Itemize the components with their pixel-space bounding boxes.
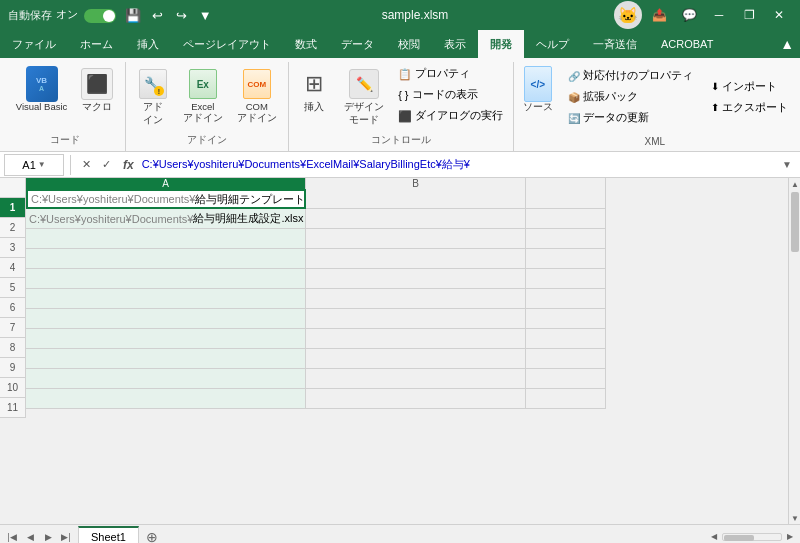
- tab-file[interactable]: ファイル: [0, 30, 68, 58]
- sheet-last-button[interactable]: ▶|: [58, 529, 74, 544]
- cell-C11[interactable]: [526, 389, 606, 409]
- cell-C10[interactable]: [526, 369, 606, 389]
- tab-acrobat[interactable]: ACROBAT: [649, 30, 725, 58]
- toggle-on-icon[interactable]: [84, 9, 116, 23]
- scroll-thumb-v[interactable]: [791, 192, 799, 252]
- undo-icon[interactable]: ↩: [146, 4, 168, 26]
- design-mode-button[interactable]: ✏️ デザインモード: [338, 64, 390, 131]
- tab-formulas[interactable]: 数式: [283, 30, 329, 58]
- excel-addin-button[interactable]: Ex Excelアドイン: [177, 64, 229, 129]
- comments-icon[interactable]: 💬: [676, 5, 702, 25]
- cell-C7[interactable]: [526, 309, 606, 329]
- quick-access-more-icon[interactable]: ▼: [194, 4, 216, 26]
- col-header-C[interactable]: [526, 178, 606, 189]
- scroll-down-arrow[interactable]: ▼: [789, 512, 800, 524]
- close-button[interactable]: ✕: [766, 5, 792, 25]
- cell-A10[interactable]: [26, 369, 306, 389]
- cell-B8[interactable]: [306, 329, 526, 349]
- formula-input[interactable]: [142, 154, 778, 176]
- cell-C9[interactable]: [526, 349, 606, 369]
- confirm-formula-button[interactable]: ✓: [97, 156, 115, 174]
- data-refresh-button[interactable]: 🔄 データの更新: [562, 108, 699, 128]
- cell-A5[interactable]: [26, 269, 306, 289]
- cell-B5[interactable]: [306, 269, 526, 289]
- cell-C1[interactable]: [526, 189, 606, 209]
- redo-icon[interactable]: ↪: [170, 4, 192, 26]
- tab-data[interactable]: データ: [329, 30, 386, 58]
- addin-button[interactable]: 🔧 ! アドイン: [131, 64, 175, 131]
- cell-ref-dropdown-icon[interactable]: ▼: [38, 160, 46, 169]
- cell-A1[interactable]: C:¥Users¥yoshiteru¥Documents¥給与明細テンプレート.…: [26, 189, 306, 209]
- scroll-left-arrow[interactable]: ◀: [708, 531, 720, 543]
- vertical-scrollbar[interactable]: ▲ ▼: [788, 178, 800, 524]
- source-button[interactable]: </> ソース: [516, 64, 560, 118]
- cell-A2[interactable]: C:¥Users¥yoshiteru¥Documents¥給与明細生成設定.xl…: [26, 209, 306, 229]
- cell-C3[interactable]: [526, 229, 606, 249]
- cell-A11[interactable]: [26, 389, 306, 409]
- cell-C6[interactable]: [526, 289, 606, 309]
- cell-B6[interactable]: [306, 289, 526, 309]
- h-scroll-thumb[interactable]: [724, 535, 754, 541]
- visual-basic-button[interactable]: VB A Visual Basic: [10, 64, 74, 116]
- autosave-toggle[interactable]: オン: [56, 7, 116, 22]
- cell-B11[interactable]: [306, 389, 526, 409]
- cell-C4[interactable]: [526, 249, 606, 269]
- cell-A8[interactable]: [26, 329, 306, 349]
- cell-B4[interactable]: [306, 249, 526, 269]
- cell-reference-box[interactable]: A1 ▼: [4, 154, 64, 176]
- tab-broadcast[interactable]: 一斉送信: [581, 30, 649, 58]
- import-button[interactable]: ⬇ インポート: [705, 77, 794, 97]
- tab-help[interactable]: ヘルプ: [524, 30, 581, 58]
- sheet-tab-sheet1[interactable]: Sheet1: [78, 526, 139, 544]
- row-header-4: 4: [0, 258, 25, 278]
- user-avatar[interactable]: 🐱: [614, 1, 642, 29]
- tab-home[interactable]: ホーム: [68, 30, 125, 58]
- sheet-prev-button[interactable]: ◀: [22, 529, 38, 544]
- cell-A3[interactable]: [26, 229, 306, 249]
- cell-B7[interactable]: [306, 309, 526, 329]
- tab-view[interactable]: 表示: [432, 30, 478, 58]
- col-header-B[interactable]: B: [306, 178, 526, 189]
- cell-B9[interactable]: [306, 349, 526, 369]
- cell-A9[interactable]: [26, 349, 306, 369]
- tab-developer[interactable]: 開発: [478, 30, 524, 58]
- sheet-first-button[interactable]: |◀: [4, 529, 20, 544]
- cell-B3[interactable]: [306, 229, 526, 249]
- tab-page-layout[interactable]: ページレイアウト: [171, 30, 283, 58]
- scroll-right-arrow[interactable]: ▶: [784, 531, 796, 543]
- ext-pack-button[interactable]: 📦 拡張パック: [562, 87, 699, 107]
- cell-A4[interactable]: [26, 249, 306, 269]
- add-sheet-button[interactable]: ⊕: [141, 526, 163, 544]
- run-dialog-button[interactable]: ⬛ ダイアログの実行: [392, 106, 509, 126]
- ribbon-collapse-button[interactable]: ▲: [774, 30, 800, 58]
- cell-B1[interactable]: [306, 189, 526, 209]
- export-button[interactable]: ⬆ エクスポート: [705, 98, 794, 118]
- insert-control-button[interactable]: ⊞ 挿入: [292, 64, 336, 118]
- cell-C8[interactable]: [526, 329, 606, 349]
- col-header-A[interactable]: A: [26, 178, 306, 189]
- tab-insert[interactable]: 挿入: [125, 30, 171, 58]
- minimize-button[interactable]: ─: [706, 5, 732, 25]
- restore-button[interactable]: ❐: [736, 5, 762, 25]
- properties-button[interactable]: 📋 プロパティ: [392, 64, 509, 84]
- view-code-button[interactable]: { } コードの表示: [392, 85, 509, 105]
- cell-A7[interactable]: [26, 309, 306, 329]
- scroll-up-arrow[interactable]: ▲: [789, 178, 800, 190]
- cell-C2[interactable]: [526, 209, 606, 229]
- h-scroll-track[interactable]: [722, 533, 782, 541]
- com-addin-button[interactable]: COM COMアドイン: [231, 64, 283, 129]
- mapping-prop-button[interactable]: 🔗 対応付けのプロパティ: [562, 66, 699, 86]
- group-addin-items: 🔧 ! アドイン Ex Excelアドイン: [131, 64, 283, 131]
- macro-button[interactable]: ⬛ マクロ: [75, 64, 119, 118]
- formula-dropdown-icon[interactable]: ▼: [782, 159, 796, 170]
- cell-C5[interactable]: [526, 269, 606, 289]
- cell-B10[interactable]: [306, 369, 526, 389]
- save-icon[interactable]: 💾: [122, 4, 144, 26]
- sheet-next-button[interactable]: ▶: [40, 529, 56, 544]
- table-row: [26, 329, 788, 349]
- cell-B2[interactable]: [306, 209, 526, 229]
- cancel-formula-button[interactable]: ✕: [77, 156, 95, 174]
- share-icon[interactable]: 📤: [646, 5, 672, 25]
- cell-A6[interactable]: [26, 289, 306, 309]
- tab-review[interactable]: 校閲: [386, 30, 432, 58]
